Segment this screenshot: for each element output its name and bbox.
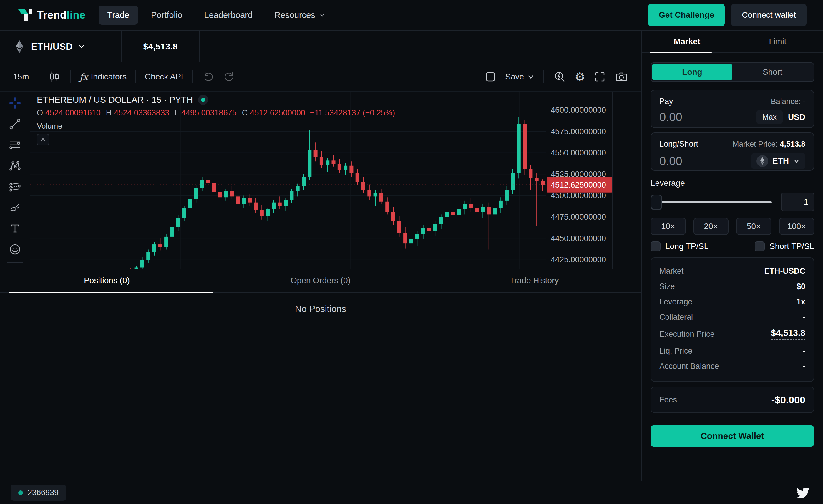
short-tpsl-checkbox[interactable]	[755, 241, 765, 251]
build-badge[interactable]: 2366939	[11, 485, 66, 501]
pay-amount-input[interactable]: 0.00	[659, 111, 682, 124]
candle-body	[535, 177, 539, 181]
logo-text-primary: Trend	[37, 9, 67, 21]
pattern-tool[interactable]	[0, 155, 30, 176]
data-status-icon[interactable]	[198, 95, 208, 105]
nav-item-leaderboard[interactable]: Leaderboard	[195, 6, 262, 25]
leverage-slider-row: 1	[651, 192, 814, 211]
symbol-price-value: $4,513.8	[143, 41, 178, 51]
legend-collapse-button[interactable]	[37, 134, 49, 145]
save-label: Save	[505, 72, 524, 81]
snapshot-button[interactable]	[611, 70, 632, 83]
nav-item-resources[interactable]: Resources	[266, 6, 335, 25]
chart-plot[interactable]: 4600.000000004575.000000004550.000000004…	[30, 92, 641, 269]
fees-value: -$0.000	[772, 394, 805, 406]
fullscreen-button[interactable]	[589, 70, 611, 83]
detail-row-collateral: Collateral -	[659, 313, 805, 322]
leverage-slider[interactable]	[651, 192, 772, 211]
parallel-channel-icon	[9, 138, 21, 151]
short-button[interactable]: Short	[732, 64, 813, 80]
chart-zone: ‹ 4600.000000004575.000000004550.0000000…	[0, 92, 641, 269]
emoji-tool[interactable]	[0, 239, 30, 260]
candle-style-button[interactable]	[43, 70, 65, 83]
detail-label: Execution Price	[659, 330, 715, 339]
detail-value: $0	[797, 282, 805, 291]
positions-body: No Positions	[0, 293, 641, 481]
candle-body	[385, 202, 389, 212]
quick-search-button[interactable]	[549, 70, 570, 83]
forecast-tool[interactable]	[0, 176, 30, 197]
slider-thumb[interactable]	[651, 195, 662, 210]
candle-body	[266, 209, 270, 216]
long-tpsl-checkbox[interactable]	[651, 241, 661, 251]
candle-body	[361, 182, 365, 190]
measure-tool[interactable]	[0, 265, 30, 269]
text-tool[interactable]	[0, 218, 30, 239]
ohlc-close-value: 4512.62500000	[250, 108, 305, 118]
detail-value: -	[803, 362, 805, 371]
symbol-selector[interactable]: ETH/USD	[0, 31, 122, 62]
ohlc-readout: O4524.00091610 H4524.03363833 L4495.0031…	[37, 108, 395, 118]
leverage-50x-button[interactable]: 50×	[736, 218, 772, 235]
check-api-button[interactable]: Check API	[141, 72, 187, 81]
candle-body	[487, 207, 491, 214]
connect-wallet-button[interactable]: Connect Wallet	[651, 426, 814, 447]
candle-body	[284, 200, 288, 206]
parallel-channel-tool[interactable]	[0, 134, 30, 155]
max-button[interactable]: Max	[757, 110, 783, 124]
text-icon	[9, 222, 21, 235]
candle-body	[475, 207, 479, 212]
connect-wallet-button-top[interactable]: Connect wallet	[731, 4, 807, 26]
indicators-button[interactable]: ƒx Indicators	[75, 72, 130, 82]
interval-button[interactable]: 15m	[9, 72, 33, 81]
trend-line-tool[interactable]	[0, 113, 30, 134]
positions-tabs: Positions (0) Open Orders (0) Trade Hist…	[0, 269, 641, 293]
pay-currency-label: USD	[788, 113, 805, 122]
ohlc-high-label: H	[106, 108, 112, 118]
tab-positions[interactable]: Positions (0)	[0, 269, 214, 292]
undo-button[interactable]	[197, 70, 219, 83]
detail-value: ETH-USDC	[765, 267, 806, 276]
logo-icon	[17, 7, 32, 23]
symbol-bar: ETH/USD $4,513.8	[0, 31, 641, 62]
tab-open-orders[interactable]: Open Orders (0)	[214, 269, 428, 292]
crosshair-tool[interactable]	[0, 93, 30, 113]
tab-limit[interactable]: Limit	[732, 31, 823, 52]
slider-track[interactable]	[651, 201, 772, 203]
settings-button[interactable]: ⚙	[570, 71, 589, 83]
twitter-icon[interactable]	[796, 486, 810, 499]
chart-symbol-title[interactable]: ETHEREUM / US DOLLAR · 15 · PYTH	[37, 95, 193, 105]
tab-market[interactable]: Market	[642, 31, 732, 52]
nav-item-trade[interactable]: Trade	[99, 6, 138, 25]
size-amount-input[interactable]: 0.00	[659, 155, 682, 168]
leverage-100x-button[interactable]: 100×	[779, 218, 814, 235]
redo-button[interactable]	[219, 70, 240, 83]
asset-selector[interactable]: ETH	[751, 153, 805, 169]
candle-body	[541, 181, 544, 185]
leverage-presets: 10× 20× 50× 100×	[651, 218, 814, 235]
tab-trade-history[interactable]: Trade History	[428, 269, 641, 292]
logo[interactable]: Trendline	[17, 7, 86, 23]
ohlc-open-label: O	[37, 108, 43, 118]
leverage-10x-button[interactable]: 10×	[651, 218, 686, 235]
detail-row-leverage: Leverage 1x	[659, 297, 805, 307]
candle-body	[457, 209, 461, 215]
price-axis-label: 4475.00000000	[551, 212, 606, 221]
detail-row-execution-price: Execution Price $4,513.8	[659, 328, 805, 340]
candle-body	[523, 124, 527, 169]
nav-item-portfolio[interactable]: Portfolio	[142, 6, 191, 25]
candle-body	[152, 244, 156, 252]
price-axis-label: 4450.00000000	[551, 234, 606, 243]
leverage-value-input[interactable]: 1	[781, 192, 814, 211]
get-challenge-button[interactable]: Get Challenge	[648, 4, 725, 26]
execution-price-value[interactable]: $4,513.8	[771, 328, 805, 340]
long-button[interactable]: Long	[652, 64, 732, 80]
candle-body	[499, 201, 503, 208]
candle-body	[302, 177, 306, 186]
volume-label[interactable]: Volume	[37, 122, 395, 131]
save-button[interactable]: Save	[501, 72, 539, 81]
ohlc-low-value: 4495.00318675	[181, 108, 237, 118]
brush-tool[interactable]	[0, 197, 30, 218]
leverage-20x-button[interactable]: 20×	[693, 218, 729, 235]
layout-button[interactable]	[480, 70, 501, 83]
